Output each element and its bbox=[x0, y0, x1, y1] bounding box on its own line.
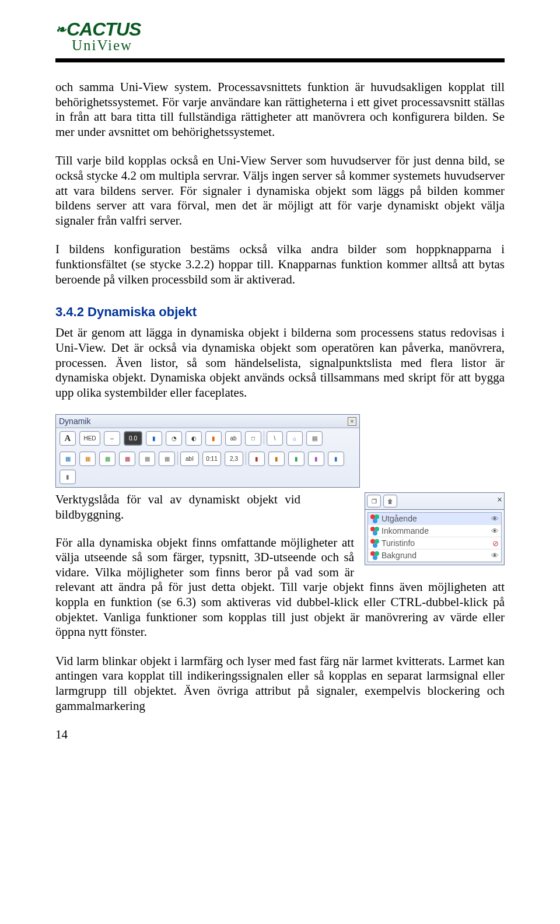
tool-text[interactable]: A bbox=[60, 431, 76, 446]
section-number: 3.4.2 bbox=[55, 304, 84, 319]
rgb-icon bbox=[370, 551, 379, 560]
tool-misc5[interactable]: ▮ bbox=[328, 452, 344, 466]
dynamik-row-2: ▦ ▦ ▦ ▦ ▦ ▦ abI 0:11 2,3 ▮ ▮ ▮ ▮ ▮ ▮ bbox=[56, 449, 359, 487]
section-title: Dynamiska objekt bbox=[88, 304, 197, 319]
tool-grid6[interactable]: ▦ bbox=[159, 452, 175, 466]
tool-clipboard-icon[interactable]: ▤ bbox=[306, 431, 323, 446]
layer-label: Bakgrund bbox=[382, 551, 416, 560]
tool-hed[interactable]: HED bbox=[79, 431, 100, 446]
toolbar-separator-2 bbox=[177, 452, 178, 465]
dynamik-titlebar: Dynamik × bbox=[56, 415, 359, 428]
tool-misc1[interactable]: ▮ bbox=[249, 452, 265, 466]
layer-label: Turistinfo bbox=[382, 538, 415, 548]
tool-thermometer-icon[interactable]: ▮ bbox=[205, 431, 222, 446]
layer-row[interactable]: Bakgrund 👁 bbox=[368, 550, 501, 562]
rgb-icon bbox=[370, 527, 379, 536]
tool-input-time[interactable]: 0:11 bbox=[202, 452, 221, 466]
paragraph-6: Vid larm blinkar objekt i larmfärg och l… bbox=[55, 654, 505, 713]
tool-selectionbox[interactable]: □ bbox=[245, 431, 261, 446]
tool-chart-icon[interactable]: ⌂ bbox=[286, 431, 303, 446]
layers-panel: ❐ 🗑 × Utgående 👁 bbox=[365, 492, 505, 565]
dynamik-row-1: A HED ↔ 0.0 ▮ ◔ ◐ ▮ ab □ \ ⌂ ▤ bbox=[56, 428, 359, 449]
layer-row[interactable]: Utgående 👁 bbox=[368, 513, 501, 525]
tool-line[interactable]: \ bbox=[267, 431, 283, 446]
visibility-icon[interactable]: 👁 bbox=[491, 551, 499, 560]
visibility-icon[interactable]: 👁 bbox=[491, 514, 499, 523]
layer-row[interactable]: Inkommande 👁 bbox=[368, 525, 501, 537]
rgb-icon bbox=[370, 539, 379, 548]
dynamik-title-text: Dynamik bbox=[59, 416, 90, 426]
tool-numeric[interactable]: 0.0 bbox=[124, 431, 142, 446]
tool-input-number[interactable]: 2,3 bbox=[225, 452, 243, 466]
layers-delete-icon[interactable]: 🗑 bbox=[383, 495, 397, 508]
layer-label: Utgående bbox=[382, 514, 417, 523]
visibility-off-icon[interactable]: ⊘ bbox=[492, 539, 499, 548]
toolbox-caption: Verktygslåda för val av dynamiskt objekt… bbox=[55, 492, 300, 522]
close-icon[interactable]: × bbox=[348, 417, 356, 426]
tool-clock-icon[interactable]: ◔ bbox=[166, 431, 182, 446]
tool-input-text[interactable]: abI bbox=[180, 452, 199, 466]
toolbar-separator bbox=[264, 431, 264, 444]
layers-list: Utgående 👁 Inkommande 👁 bbox=[368, 512, 502, 562]
tool-grid5[interactable]: ▦ bbox=[139, 452, 155, 466]
layers-close-icon[interactable]: × bbox=[497, 495, 502, 508]
tool-grid1[interactable]: ▦ bbox=[60, 452, 76, 466]
brand-block: ❧ CACTUS UniView bbox=[55, 19, 505, 54]
tool-misc2[interactable]: ▮ bbox=[268, 452, 285, 466]
rgb-icon bbox=[370, 514, 379, 523]
tool-grid2[interactable]: ▦ bbox=[79, 452, 96, 466]
tool-grid4[interactable]: ▦ bbox=[119, 452, 135, 466]
tool-textbox[interactable]: ab bbox=[225, 431, 242, 446]
toolbar-separator-3 bbox=[246, 452, 246, 465]
tool-slider[interactable]: ↔ bbox=[104, 431, 120, 446]
tool-gauge-icon[interactable]: ◐ bbox=[186, 431, 202, 446]
tool-misc6[interactable]: ▮ bbox=[60, 470, 76, 484]
section-heading: 3.4.2 Dynamiska objekt bbox=[55, 304, 505, 320]
paragraph-4: Det är genom att lägga in dynamiska obje… bbox=[55, 326, 505, 400]
paragraph-3: I bildens konfiguration bestäms också vi… bbox=[55, 242, 505, 287]
layer-label: Inkommande bbox=[382, 526, 429, 536]
paragraph-2: Till varje bild kopplas också en Uni-Vie… bbox=[55, 153, 505, 228]
tool-misc3[interactable]: ▮ bbox=[288, 452, 304, 466]
layer-row[interactable]: Turistinfo ⊘ bbox=[368, 537, 501, 550]
layers-copy-icon[interactable]: ❐ bbox=[367, 495, 381, 508]
dynamik-toolbox: Dynamik × A HED ↔ 0.0 ▮ ◔ ◐ ▮ ab □ \ ⌂ ▤… bbox=[55, 414, 360, 488]
page-number: 14 bbox=[55, 727, 505, 742]
header-divider bbox=[55, 58, 505, 62]
tool-grid3[interactable]: ▦ bbox=[99, 452, 116, 466]
tool-misc4[interactable]: ▮ bbox=[308, 452, 324, 466]
leaf-icon: ❧ bbox=[55, 22, 65, 37]
paragraph-1: och samma Uni-View system. Processavsnit… bbox=[55, 80, 505, 139]
tool-bargraph[interactable]: ▮ bbox=[146, 431, 162, 446]
visibility-icon[interactable]: 👁 bbox=[491, 527, 499, 536]
